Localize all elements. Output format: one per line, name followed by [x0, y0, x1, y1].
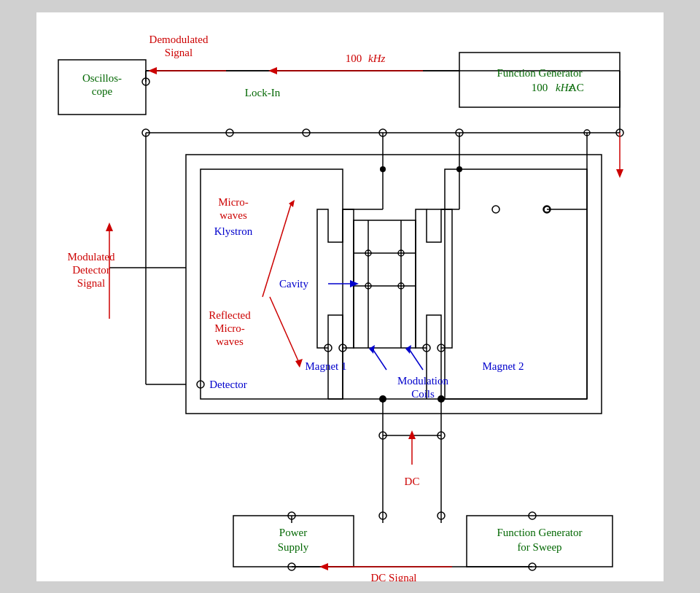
- svg-marker-88: [289, 200, 295, 207]
- svg-text:Coils: Coils: [411, 388, 435, 400]
- svg-marker-66: [408, 430, 416, 439]
- svg-text:Signal: Signal: [165, 47, 192, 58]
- svg-marker-83: [106, 222, 113, 231]
- svg-text:Detector: Detector: [209, 379, 247, 390]
- svg-text:Function Generator: Function Generator: [497, 67, 582, 79]
- svg-rect-1: [459, 53, 620, 107]
- svg-marker-30: [416, 209, 452, 348]
- svg-marker-94: [369, 345, 375, 354]
- svg-text:Micro-: Micro-: [214, 322, 245, 334]
- svg-rect-20: [354, 220, 416, 348]
- svg-marker-80: [319, 563, 328, 570]
- svg-text:Signal: Signal: [77, 277, 105, 289]
- svg-line-89: [270, 297, 299, 363]
- svg-text:100: 100: [346, 53, 362, 64]
- svg-text:Cavity: Cavity: [279, 278, 308, 290]
- svg-text:Modulation: Modulation: [397, 375, 448, 387]
- svg-marker-43: [616, 169, 623, 178]
- svg-text:kHz: kHz: [368, 53, 385, 64]
- svg-text:Oscillos-: Oscillos-: [82, 72, 122, 84]
- svg-text:Supply: Supply: [278, 541, 309, 553]
- svg-marker-90: [295, 359, 303, 368]
- svg-text:waves: waves: [216, 336, 244, 347]
- svg-text:AC: AC: [569, 82, 584, 93]
- svg-line-93: [372, 348, 386, 370]
- svg-marker-96: [405, 345, 411, 354]
- svg-text:Klystron: Klystron: [214, 225, 253, 237]
- svg-marker-15: [268, 67, 277, 74]
- svg-text:Detector: Detector: [72, 264, 110, 276]
- svg-text:Micro-: Micro-: [218, 196, 249, 208]
- svg-text:100: 100: [532, 82, 548, 93]
- svg-text:for Sweep: for Sweep: [517, 541, 561, 553]
- svg-text:Magnet 1: Magnet 1: [305, 360, 346, 372]
- svg-point-47: [492, 206, 499, 213]
- svg-text:Function Generator: Function Generator: [497, 527, 582, 538]
- svg-text:Demodulated: Demodulated: [149, 34, 209, 45]
- svg-text:DC: DC: [405, 476, 420, 487]
- svg-text:DC Signal: DC Signal: [371, 572, 417, 581]
- svg-text:cope: cope: [92, 85, 113, 97]
- diagram-container: Demodulated Signal 100 kHz Oscillos- cop…: [36, 12, 664, 581]
- svg-text:waves: waves: [219, 209, 247, 221]
- svg-text:Power: Power: [279, 527, 307, 538]
- svg-marker-29: [317, 209, 354, 348]
- svg-text:Modulated: Modulated: [68, 251, 115, 263]
- svg-text:Magnet 2: Magnet 2: [482, 360, 524, 372]
- svg-text:Lock-In: Lock-In: [245, 87, 281, 98]
- svg-line-95: [408, 348, 423, 370]
- svg-rect-18: [186, 155, 602, 414]
- svg-marker-17: [148, 67, 157, 74]
- svg-text:Reflected: Reflected: [209, 309, 251, 321]
